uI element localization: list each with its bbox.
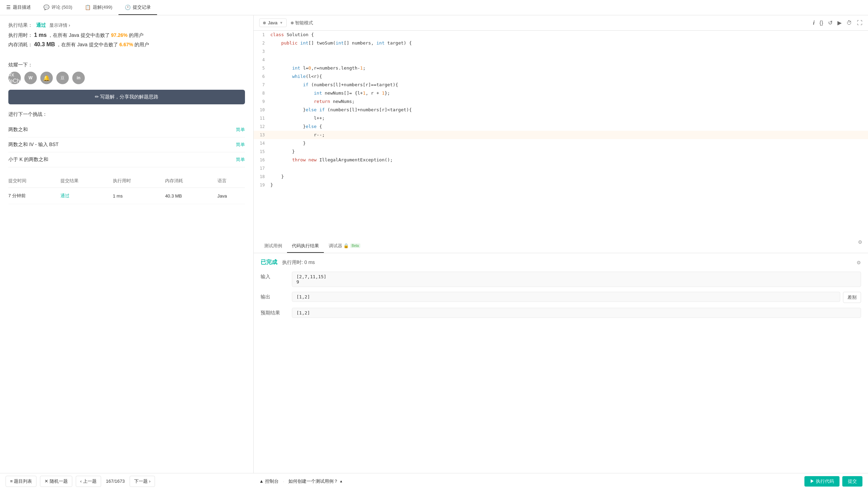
console-button[interactable]: ▲ 控制台 — [259, 478, 279, 484]
col-lang: 语言 — [218, 174, 245, 188]
problem-list-button[interactable]: ≡ 题目列表 — [6, 476, 36, 487]
share-icons: &#x WeChat W 🔔 豆 in — [8, 72, 245, 84]
history-icon[interactable]: ⏱ — [846, 20, 852, 26]
tab-debugger-label: 调试器 — [329, 243, 342, 249]
diff-button[interactable]: 差别 — [843, 292, 861, 303]
challenge-item-2[interactable]: 两数之和 IV - 输入 BST 简单 — [8, 137, 245, 152]
table-row: 7 分钟前 通过 1 ms 40.3 MB Java — [8, 188, 245, 204]
code-editor: 1 class Solution { 2 public int[] twoSum… — [254, 31, 868, 239]
tab-debugger[interactable]: 调试器 🔒 Beta — [324, 239, 365, 253]
lang-dot — [263, 22, 266, 24]
code-line-15: 15 } — [254, 147, 868, 156]
result-label: 执行结果： — [8, 22, 33, 29]
right-panel: Java ▼ 智能模式 i {} ↺ ▶ ⏱ ⛶ 1 class S — [254, 15, 868, 489]
tab-description[interactable]: ☰ 题目描述 — [0, 0, 37, 15]
sub-lang: Java — [218, 188, 245, 204]
next-challenge-label: 进行下一个挑战： — [8, 111, 245, 118]
show-detail-link[interactable]: 显示详情 — [49, 22, 70, 29]
share-bell[interactable]: 🔔 — [40, 72, 53, 84]
random-problem-button[interactable]: ✕ 随机一题 — [40, 476, 72, 487]
beta-badge: Beta — [350, 243, 360, 248]
tab-solutions-label: 题解(499) — [93, 4, 112, 10]
challenge-item-3[interactable]: 小于 K 的两数之和 简单 — [8, 152, 245, 167]
run-label: 执行代码 — [816, 479, 834, 484]
expected-label: 预期结果 — [261, 308, 292, 316]
code-line-17: 17 — [254, 164, 868, 173]
info-icon[interactable]: i — [813, 20, 814, 26]
tab-exec-result[interactable]: 代码执行结果 — [287, 239, 324, 253]
format-icon[interactable]: {} — [819, 20, 823, 26]
code-line-9: 9 return newNums; — [254, 97, 868, 106]
tab-comments[interactable]: 💬 评论 (503) — [37, 0, 79, 15]
settings-icon[interactable]: ⚙ — [858, 239, 862, 253]
submit-button[interactable]: 提交 — [842, 476, 862, 487]
code-line-4: 4 — [254, 56, 868, 64]
status-complete: 已完成 — [261, 259, 277, 266]
challenge-difficulty-3: 简单 — [236, 157, 245, 163]
description-icon: ☰ — [6, 5, 11, 10]
fullscreen-icon[interactable]: ⛶ — [857, 20, 862, 26]
share-linkedin[interactable]: in — [72, 72, 85, 84]
tab-description-label: 题目描述 — [13, 4, 31, 10]
language-selector[interactable]: Java ▼ — [259, 18, 287, 27]
solutions-icon: 📋 — [85, 5, 91, 10]
sub-time: 7 分钟前 — [8, 188, 60, 204]
input-field: 输入 [2,7,11,15] 9 — [261, 272, 861, 287]
tab-submissions[interactable]: 🕐 提交记录 — [118, 0, 157, 15]
input-label: 输入 — [261, 272, 292, 280]
memory-suffix: 的用户 — [134, 42, 149, 47]
col-time: 提交时间 — [8, 174, 60, 188]
challenge-list: 两数之和 简单 两数之和 IV - 输入 BST 简单 小于 K 的两数之和 简… — [8, 122, 245, 167]
run-code-button[interactable]: ▶ 执行代码 — [804, 476, 840, 487]
tab-testcase-label: 测试用例 — [264, 243, 282, 249]
memory-row: 内存消耗： 40.3 MB ，在所有 Java 提交中击败了 6.67% 的用户 — [8, 41, 245, 48]
expected-field: 预期结果 [1,2] — [261, 308, 861, 318]
code-line-13: 13 r--; — [254, 131, 868, 139]
editor-header: Java ▼ 智能模式 i {} ↺ ▶ ⏱ ⛶ — [254, 15, 868, 31]
code-line-10: 10 }else if (numbers[l]+numbers[r]<targe… — [254, 106, 868, 114]
undo-icon[interactable]: ↺ — [828, 19, 833, 26]
console-label: 控制台 — [265, 478, 279, 484]
share-weibo[interactable]: W — [24, 72, 37, 84]
smart-mode-label: 智能模式 — [295, 20, 313, 26]
share-wechat[interactable]: &#x WeChat — [8, 72, 21, 84]
result-pass: 通过 — [36, 22, 46, 29]
memory-label: 内存消耗： — [8, 42, 33, 47]
code-line-1: 1 class Solution { — [254, 31, 868, 39]
input-value-2: 9 — [296, 279, 857, 284]
challenge-name-1: 两数之和 — [8, 127, 28, 133]
editor-tools: i {} ↺ ▶ ⏱ ⛶ — [813, 19, 862, 26]
code-line-19: 19 } — [254, 181, 868, 189]
result-exec-time: 执行用时: 0 ms — [282, 259, 315, 266]
lock-icon: 🔒 — [343, 243, 349, 248]
next-problem-button[interactable]: 下一题 › — [130, 476, 155, 487]
action-right: ▶ 执行代码 提交 — [804, 476, 862, 487]
write-solution-button[interactable]: ✏ 写题解，分享我的解题思路 — [8, 90, 245, 104]
memory-desc: ，在所有 Java 提交中击败了 — [56, 42, 118, 47]
tab-testcase[interactable]: 测试用例 — [259, 239, 287, 253]
challenge-item-1[interactable]: 两数之和 简单 — [8, 122, 245, 137]
result-row: 执行结果： 通过 显示详情 — [8, 22, 245, 29]
smart-mode-toggle[interactable]: 智能模式 — [291, 20, 313, 26]
sub-result[interactable]: 通过 — [60, 188, 113, 204]
results-panel: 已完成 执行用时: 0 ms ⚙ 输入 [2,7,11,15] 9 输出 [1,… — [254, 253, 868, 473]
code-line-18: 18 } — [254, 173, 868, 181]
input-value-1: [2,7,11,15] — [296, 274, 857, 279]
code-line-7: 7 if (numbers[l]+numbers[r]==target){ — [254, 81, 868, 89]
code-line-11: 11 l++; — [254, 114, 868, 122]
chevron-up-icon: ▲ — [339, 479, 343, 483]
exec-time-desc: ，在所有 Java 提交中击败了 — [48, 32, 109, 38]
result-settings-icon[interactable]: ⚙ — [857, 260, 861, 265]
run-small-icon[interactable]: ▶ — [837, 19, 842, 26]
output-label: 输出 — [261, 292, 292, 300]
share-douban[interactable]: 豆 — [56, 72, 69, 84]
prev-problem-button[interactable]: ‹ 上一题 — [76, 476, 101, 487]
result-status-row: 已完成 执行用时: 0 ms ⚙ — [261, 259, 861, 266]
how-to-button[interactable]: 如何创建一个测试用例？ ▲ — [288, 478, 343, 484]
code-line-6: 6 while(l<r){ — [254, 72, 868, 81]
code-line-2: 2 public int[] twoSum(int[] numbers, int… — [254, 39, 868, 47]
memory-value: 40.3 MB — [34, 41, 55, 47]
tab-solutions[interactable]: 📋 题解(499) — [79, 0, 118, 15]
bottom-bar: ≡ 题目列表 ✕ 随机一题 ‹ 上一题 167/1673 下一题 › — [0, 473, 254, 489]
submissions-icon: 🕐 — [125, 5, 131, 10]
